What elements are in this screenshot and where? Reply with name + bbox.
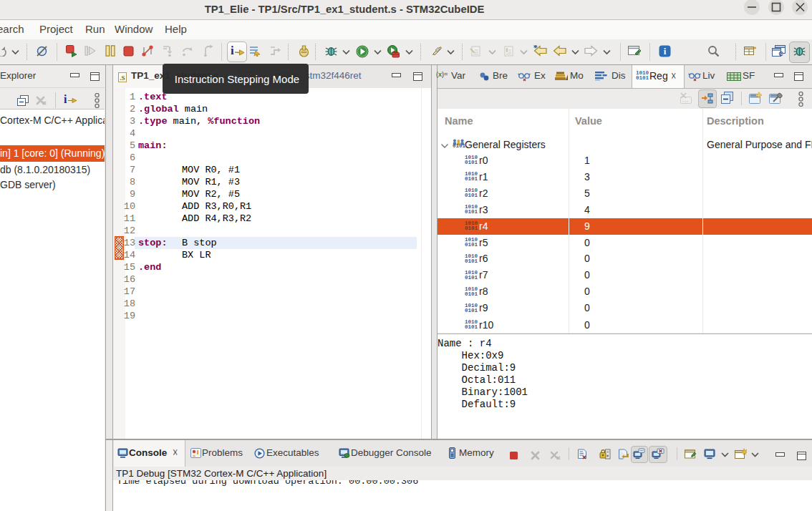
- svg-text:i: i: [664, 46, 667, 57]
- svg-text:C: C: [779, 50, 783, 57]
- svg-text:.S: .S: [120, 74, 125, 82]
